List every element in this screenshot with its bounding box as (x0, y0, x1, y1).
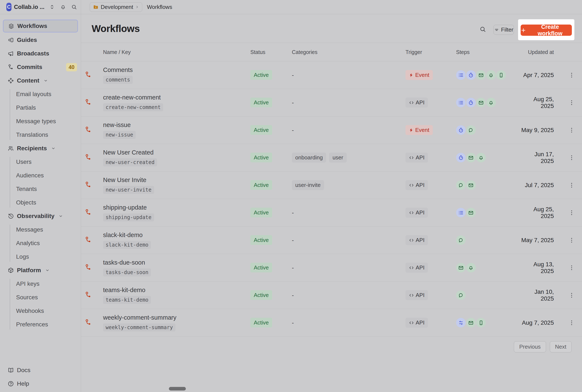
workflow-row[interactable]: New User Created new-user-created Active… (81, 144, 582, 172)
sidebar-item-observability[interactable]: Observability (0, 209, 81, 223)
topbar-actions (49, 4, 77, 10)
horizontal-scrollbar-thumb[interactable] (169, 387, 186, 390)
in-app-icon (478, 155, 484, 160)
workflow-row[interactable]: New User Invite new-user-invite Active u… (81, 172, 582, 199)
plus-icon (521, 28, 526, 33)
workflow-row[interactable]: Comments comments Active - Event Apr 7, … (81, 62, 582, 89)
workflow-row[interactable]: create-new-comment create-new-comment Ac… (81, 89, 582, 116)
sidebar-item-tenants[interactable]: Tenants (0, 182, 81, 196)
fetch-icon (458, 320, 464, 326)
workflow-key: new-user-invite (103, 186, 154, 194)
batch-icon (458, 100, 464, 106)
updated-at: Jul 7, 2025 (521, 182, 554, 188)
bell-icon[interactable] (60, 4, 66, 10)
docs-icon (7, 367, 14, 373)
sidebar-item-partials[interactable]: Partials (0, 101, 81, 114)
trigger-badge-api: API (406, 98, 428, 108)
sidebar-item-logs[interactable]: Logs (0, 250, 81, 264)
trigger-badge-api: API (406, 263, 428, 272)
sidebar-item-guides[interactable]: Guides (0, 33, 81, 47)
sidebar-item-platform[interactable]: Platform (0, 264, 81, 277)
steps-cell (456, 98, 521, 107)
sidebar-item-docs[interactable]: Docs (0, 364, 81, 377)
breadcrumb-environment-label: Development (101, 4, 133, 10)
email-icon (478, 72, 484, 78)
create-workflow-button[interactable]: Create workflow (521, 24, 572, 36)
step-email (476, 70, 486, 80)
content-icon (7, 78, 14, 84)
sidebar-item-help[interactable]: Help (0, 377, 81, 390)
filter-icon (494, 27, 499, 32)
step-email (466, 318, 476, 328)
updated-at: May 9, 2025 (521, 127, 554, 134)
sidebar-item-audiences[interactable]: Audiences (0, 169, 81, 182)
workflow-name: shipping-update (103, 204, 147, 211)
sidebar-item-analytics[interactable]: Analytics (0, 236, 81, 250)
workflow-key: shipping-update (103, 213, 154, 222)
page-title: Workflows (92, 23, 140, 34)
sidebar-item-content[interactable]: Content (0, 74, 81, 88)
row-menu-button[interactable] (568, 70, 576, 80)
sidebar-item-messages[interactable]: Messages (0, 223, 81, 236)
status-badge: Active (250, 263, 272, 272)
sidebar-item-translations[interactable]: Translations (0, 128, 81, 142)
in-app-icon (488, 72, 494, 78)
status-badge: Active (250, 208, 272, 218)
sidebar-item-preferences[interactable]: Preferences (0, 318, 81, 331)
workflow-row[interactable]: tasks-due-soon tasks-due-soon Active - A… (81, 254, 582, 282)
batch-icon (458, 72, 464, 78)
step-fetch (456, 318, 466, 328)
sidebar-item-sources[interactable]: Sources (0, 290, 81, 304)
row-menu-button[interactable] (568, 126, 576, 135)
row-menu-button[interactable] (568, 180, 576, 190)
status-badge: Active (250, 152, 272, 162)
chevron-updown-icon[interactable] (49, 4, 55, 10)
row-menu-button[interactable] (568, 208, 576, 218)
step-email (466, 153, 476, 162)
updated-at: Aug 7, 2025 (521, 320, 554, 326)
sidebar-item-broadcasts[interactable]: Broadcasts (0, 47, 81, 60)
updated-at: Aug 13, 2025 (521, 261, 554, 274)
sidebar-item-message-types[interactable]: Message types (0, 114, 81, 128)
search-workflows-button[interactable] (479, 26, 486, 32)
row-menu-button[interactable] (568, 98, 576, 107)
kebab-icon (569, 182, 575, 188)
sidebar-item-email-layouts[interactable]: Email layouts (0, 88, 81, 101)
workflow-row[interactable]: new-issue new-issue Active - Event May 9… (81, 116, 582, 144)
row-menu-button[interactable] (568, 290, 576, 300)
breadcrumb-environment[interactable]: Development (90, 2, 142, 12)
workflow-row[interactable]: teams-kit-demo teams-kit-demo Active - A… (81, 282, 582, 309)
sidebar-item-commits[interactable]: Commits 40 (0, 60, 81, 74)
column-header-trigger: Trigger (406, 49, 456, 55)
row-menu-button[interactable] (568, 318, 576, 328)
workflow-icon (85, 319, 92, 326)
sidebar-item-workflows[interactable]: Workflows (3, 20, 78, 32)
row-menu-button[interactable] (568, 236, 576, 245)
step-chat (466, 125, 476, 135)
step-delay (456, 125, 466, 135)
status-badge: Active (250, 290, 272, 300)
filter-button-label: Filter (501, 26, 514, 33)
workflow-icon (85, 209, 92, 216)
steps-cell (456, 235, 521, 245)
sidebar-item-webhooks[interactable]: Webhooks (0, 304, 81, 318)
workflow-row[interactable]: weekly-comment-summary weekly-comment-su… (81, 309, 582, 336)
workspace-name: Collab.io ... (14, 4, 44, 10)
workflow-key: slack-kit-demo (103, 241, 151, 249)
next-button[interactable]: Next (550, 341, 572, 352)
steps-cell (456, 290, 521, 300)
filter-button[interactable]: Filter (494, 25, 514, 35)
workflow-row[interactable]: shipping-update shipping-update Active -… (81, 199, 582, 226)
sidebar-subgroup-platform: API keysSourcesWebhooksPreferences (0, 277, 81, 331)
sidebar-item-objects[interactable]: Objects (0, 196, 81, 209)
previous-button[interactable]: Previous (514, 341, 546, 352)
sidebar-item-recipients[interactable]: Recipients (0, 142, 81, 155)
row-menu-button[interactable] (568, 153, 576, 162)
workspace-switcher[interactable]: C Collab.io ... (0, 0, 81, 14)
row-menu-button[interactable] (568, 263, 576, 272)
sidebar-item-users[interactable]: Users (0, 155, 81, 169)
sidebar-item-api-keys[interactable]: API keys (0, 277, 81, 290)
status-badge: Active (250, 180, 272, 190)
workflow-row[interactable]: slack-kit-demo slack-kit-demo Active - A… (81, 226, 582, 254)
search-icon[interactable] (71, 4, 77, 10)
